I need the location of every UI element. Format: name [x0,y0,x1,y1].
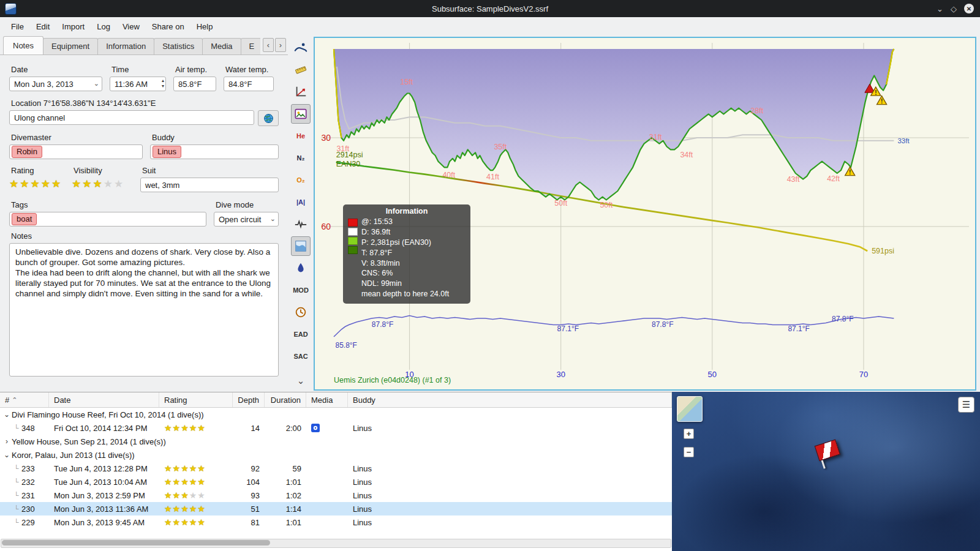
svg-text:43ft: 43ft [787,175,800,184]
deco-time-button[interactable] [291,302,311,322]
dive-row[interactable]: └232Tue Jun 4, 2013 10:04 AM★★★★★1041:01… [0,475,672,489]
dive-date: Mon Jun 3, 2013 11:36 AM [49,502,159,515]
menu-import[interactable]: Import [56,19,91,34]
menu-edit[interactable]: Edit [30,19,56,34]
column-header-num[interactable]: #⌃ [0,392,49,407]
map-zoom-out-button[interactable]: − [684,447,694,457]
collapse-icon[interactable]: ⌄ [0,410,12,419]
horizontal-scrollbar[interactable] [1,539,671,548]
rating-label: Rating [11,166,64,175]
dive-site-flag-marker[interactable] [815,439,843,469]
tags-input[interactable]: boat [9,212,206,227]
tab-statistics[interactable]: Statistics [154,38,203,54]
suit-input[interactable]: wet, 3mm [140,178,279,192]
ceiling-button[interactable] [291,236,311,256]
trip-label: Divi Flamingo House Reef, Fri Oct 10, 20… [12,410,204,419]
svg-text:15ft: 15ft [400,78,413,86]
expand-icon[interactable]: › [0,437,12,446]
dive-row[interactable]: └348Fri Oct 10, 2014 12:34 PM★★★★★142:00… [0,421,672,435]
column-header-rating[interactable]: Rating [159,392,233,407]
tab-information[interactable]: Information [97,38,154,54]
nitrogen-graph-button[interactable]: N₂ [291,148,311,168]
buddy-tag[interactable]: Linus [153,146,181,158]
info-box-title: Information [347,207,467,216]
notes-form: Date Mon Jun 3, 2013 ⌄ Time 11:36 AM ▴▾ … [0,55,288,377]
date-select[interactable]: Mon Jun 3, 2013 ⌄ [9,77,102,91]
column-header-media[interactable]: Media [306,392,348,407]
map-zoom-in-button[interactable]: + [684,429,694,439]
dive-rating: ★★★★★ [159,475,233,489]
dive-row[interactable]: └231Mon Jun 3, 2013 2:59 PM★★★★★931:02Li… [0,489,672,502]
trip-row[interactable]: ⌄Divi Flamingo House Reef, Fri Oct 10, 2… [0,408,672,421]
dive-row[interactable]: └233Tue Jun 4, 2013 12:28 PM★★★★★9259Lin… [0,462,672,475]
buddy-input[interactable]: Linus [150,144,279,159]
maximize-icon[interactable]: ◇ [951,4,957,13]
map-menu-button[interactable]: ☰ [958,397,974,413]
oxygen-graph-button[interactable]: O₂ [291,170,311,190]
air-temp-field[interactable]: 85.8°F [173,77,216,91]
location-label: Location 7°16'58.386"N 134°14'43.631"E [11,99,279,108]
notes-textarea[interactable]: Unbelievable dive. Dozens and dozens of … [9,243,279,377]
minimize-icon[interactable]: ⌄ [937,4,943,13]
tissues-button[interactable] [291,258,311,278]
ead-button[interactable]: EAD [291,324,311,344]
scrollbar-thumb[interactable] [2,540,270,545]
dive-mode-select[interactable]: Open circuit ⌄ [214,212,279,227]
menu-view[interactable]: View [116,19,146,34]
menu-log[interactable]: Log [91,19,116,34]
mod-button[interactable]: MOD [291,280,311,300]
svg-text:!: ! [875,89,876,96]
air-graph-button[interactable]: |A| [291,192,311,212]
column-header-date[interactable]: Date [49,392,159,407]
location-input[interactable]: Ulong channel [9,110,254,125]
date-label: Date [11,65,102,74]
svg-text:!: ! [881,98,883,105]
map-overview-thumbnail[interactable] [677,396,703,422]
divemaster-label: Divemaster [11,133,143,142]
menu-file[interactable]: File [5,19,30,34]
toolbar-collapse-button[interactable]: ⌄ [291,371,311,391]
globe-icon[interactable] [258,110,279,126]
column-header-buddy[interactable]: Buddy [348,392,672,407]
svg-text:31ft: 31ft [649,133,662,141]
divemaster-input[interactable]: Robin [9,144,143,159]
dive-media [306,475,348,489]
scale-button[interactable] [291,82,311,102]
dive-rating: ★★★★★ [159,515,233,529]
dive-profile-panel[interactable]: 10305070306033ft2914psiEAN30591psi85.8°F… [314,37,976,391]
column-header-duration[interactable]: Duration [265,392,306,407]
tab-scroll-left-icon[interactable]: ‹ [263,38,274,52]
svg-text:85.8°F: 85.8°F [335,341,356,350]
column-header-depth[interactable]: Depth [233,392,265,407]
divemaster-tag[interactable]: Robin [12,146,42,158]
time-spinner[interactable]: 11:36 AM ▴▾ [110,77,166,91]
dive-number: 233 [21,464,35,473]
sac-button[interactable]: SAC [291,347,311,366]
dive-row[interactable]: └229Mon Jun 3, 2013 9:45 AM★★★★★811:01Li… [0,515,672,529]
dive-number: 232 [21,478,35,487]
tag-chip[interactable]: boat [12,213,37,225]
helium-graph-button[interactable]: He [291,126,311,146]
tab-notes[interactable]: Notes [3,36,43,54]
collapse-icon[interactable]: ⌄ [0,451,12,459]
trip-row[interactable]: ›Yellow House, Sun Sep 21, 2014 (1 dive(… [0,435,672,448]
visibility-stars[interactable]: ★★★★★ [72,178,133,190]
water-temp-field[interactable]: 84.8°F [224,77,274,91]
spinner-arrows-icon[interactable]: ▴▾ [162,78,164,89]
close-icon[interactable]: ✕ [964,4,974,13]
photos-button[interactable] [291,104,311,124]
svg-text:!: ! [849,169,851,176]
dive-row[interactable]: └230Mon Jun 3, 2013 11:36 AM★★★★★511:14L… [0,502,672,515]
menu-help[interactable]: Help [190,19,219,34]
tab-scroll-right-icon[interactable]: › [275,38,286,52]
trip-row[interactable]: ⌄Koror, Palau, Jun 2013 (11 dive(s)) [0,448,672,462]
tab-media[interactable]: Media [202,38,241,54]
dive-computer-button[interactable] [291,38,311,58]
ruler-button[interactable] [291,60,311,80]
rating-stars[interactable]: ★★★★★ [9,178,64,190]
tab-equipment[interactable]: Equipment [43,38,98,54]
tab-e[interactable]: E [241,38,260,54]
menu-share-on[interactable]: Share on [146,19,190,34]
heart-rate-button[interactable] [291,214,311,234]
map-panel[interactable]: + − ☰ [672,392,980,551]
